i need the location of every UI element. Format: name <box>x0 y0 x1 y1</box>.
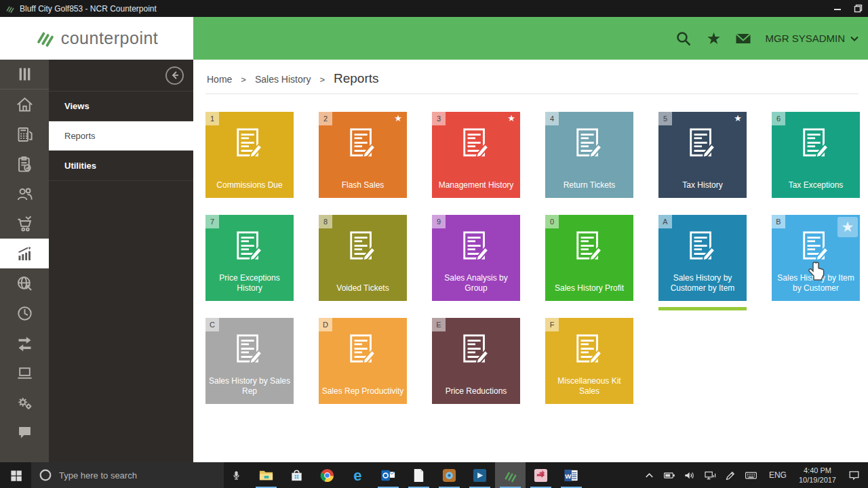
side-menu-item-views[interactable]: Views <box>49 92 193 121</box>
volume-icon[interactable] <box>680 462 701 488</box>
transfers-icon <box>16 334 34 352</box>
report-tile-5[interactable]: 5★Tax History <box>658 112 747 198</box>
setup-icon <box>16 394 34 412</box>
taskbar-file-explorer-icon[interactable] <box>251 462 281 488</box>
tile-hotkey-badge: 7 <box>205 215 219 228</box>
taskbar-counterpoint-icon[interactable] <box>495 462 526 488</box>
nav-rail <box>0 60 49 462</box>
side-menu-item-utilities[interactable]: Utilities <box>49 151 193 181</box>
taskbar-media-app-icon[interactable] <box>465 462 495 488</box>
breadcrumb-home[interactable]: Home <box>207 74 232 85</box>
report-tile-9[interactable]: 9Sales Analysis by Group <box>432 215 520 301</box>
report-tile-7[interactable]: 7Price Exceptions History <box>205 215 294 301</box>
report-tile-6[interactable]: 6Tax Exceptions <box>772 112 860 198</box>
report-tile-label: Sales Analysis by Group <box>434 273 518 293</box>
user-menu[interactable]: MGR SYSADMIN <box>765 33 859 44</box>
language-indicator[interactable]: ENG <box>764 470 791 480</box>
report-tile-label: Miscellaneous Kit Sales <box>547 376 631 396</box>
favorite-star-button[interactable]: ★ <box>837 217 858 237</box>
taskbar-store-icon[interactable] <box>281 462 312 488</box>
report-tile-label: Flash Sales <box>321 180 405 190</box>
report-document-icon <box>205 333 294 366</box>
taskbar-chrome-icon[interactable] <box>312 462 342 488</box>
taskbar-photos-icon[interactable] <box>434 462 465 488</box>
report-document-icon <box>545 333 633 366</box>
nav-rail-item-tasks[interactable] <box>0 149 49 179</box>
timecards-icon <box>16 304 34 323</box>
action-center-icon[interactable] <box>844 462 864 488</box>
nav-rail-item-setup[interactable] <box>0 388 49 418</box>
report-tile-C[interactable]: CSales History by Sales Rep <box>205 318 294 404</box>
clock[interactable]: 4:40 PM 10/19/2017 <box>794 466 841 485</box>
taskbar-exchange-icon[interactable] <box>526 462 556 488</box>
collapse-back-button[interactable] <box>165 66 184 85</box>
home-icon <box>16 96 34 114</box>
nav-rail-item-customers[interactable] <box>0 179 49 209</box>
report-document-icon <box>319 333 407 366</box>
nav-rail-item-menu[interactable] <box>0 60 49 89</box>
favorites-star-icon[interactable]: ★ <box>705 30 722 47</box>
report-tile-1[interactable]: 1Commissions Due <box>205 112 294 198</box>
report-tile-A[interactable]: ASales History by Customer by Item <box>658 215 747 301</box>
date: 10/19/2017 <box>799 476 836 484</box>
nav-rail-item-ecommerce[interactable] <box>0 268 49 298</box>
nav-rail-item-home[interactable] <box>0 89 49 119</box>
report-tile-0[interactable]: 0Sales History Profit <box>545 215 633 301</box>
tile-hotkey-badge: F <box>545 318 559 331</box>
report-tile-D[interactable]: DSales Rep Productivity <box>319 318 407 404</box>
svg-text:e: e <box>353 468 361 483</box>
nav-rail-item-timecards[interactable] <box>0 298 49 328</box>
report-document-icon <box>432 127 520 160</box>
nav-rail-item-point-of-sale[interactable] <box>0 119 49 149</box>
counterpoint-hash-icon <box>35 28 56 49</box>
start-button[interactable] <box>0 462 31 488</box>
tile-hotkey-badge: 0 <box>545 215 559 228</box>
report-tile-label: Management History <box>434 180 518 190</box>
nav-rail-item-workstation[interactable] <box>0 358 49 388</box>
report-document-icon <box>658 127 747 160</box>
report-tile-8[interactable]: 8Voided Tickets <box>319 215 407 301</box>
battery-icon[interactable] <box>660 462 680 488</box>
nav-rail-item-feedback[interactable] <box>0 418 49 447</box>
taskbar-outlook-icon[interactable] <box>373 462 403 488</box>
tile-hotkey-badge: 9 <box>432 215 446 228</box>
ecommerce-icon <box>16 274 34 293</box>
network-icon[interactable] <box>701 462 721 488</box>
logo-text: counterpoint <box>61 28 159 48</box>
selected-tile-indicator <box>658 307 747 310</box>
taskbar-apps: eW <box>251 462 587 488</box>
nav-rail-item-sales-history[interactable] <box>0 239 49 268</box>
report-tile-label: Return Tickets <box>547 180 631 190</box>
chevron-down-icon <box>850 36 859 41</box>
nav-rail-item-transfers[interactable] <box>0 328 49 358</box>
breadcrumb-sales-history[interactable]: Sales History <box>255 74 311 85</box>
tile-hotkey-badge: 8 <box>319 215 332 228</box>
tile-grid: 1Commissions Due2★Flash Sales3★Managemen… <box>205 112 860 404</box>
side-menu-item-reports[interactable]: Reports <box>49 121 193 151</box>
report-tile-4[interactable]: 4Return Tickets <box>545 112 633 198</box>
pen-icon[interactable] <box>721 462 741 488</box>
report-tile-2[interactable]: 2★Flash Sales <box>319 112 407 198</box>
taskbar-word-icon[interactable]: W <box>556 462 587 488</box>
taskbar-search-input[interactable]: Type here to search <box>31 462 224 488</box>
taskbar-notepad-icon[interactable] <box>403 462 434 488</box>
report-tile-label: Sales History by Sales Rep <box>208 376 292 396</box>
report-tile-3[interactable]: 3★Management History <box>432 112 520 198</box>
logo: counterpoint <box>0 17 193 60</box>
report-tile-E[interactable]: EPrice Reductions <box>432 318 520 404</box>
microphone-icon[interactable] <box>224 462 248 488</box>
minimize-button[interactable] <box>827 0 848 17</box>
report-document-icon <box>205 127 294 160</box>
nav-rail-item-purchasing[interactable] <box>0 209 49 239</box>
chevron-up-icon[interactable] <box>639 462 660 488</box>
taskbar: Type here to search eW ENG 4:40 PM 10/19… <box>0 462 868 488</box>
svg-text:W: W <box>565 472 572 479</box>
mail-icon[interactable] <box>735 30 751 47</box>
restore-button[interactable] <box>848 0 868 17</box>
search-icon[interactable] <box>675 30 692 47</box>
report-tile-B[interactable]: B★Sales History by Item by Customer <box>772 215 860 301</box>
taskbar-edge-icon[interactable]: e <box>342 462 373 488</box>
keyboard-icon[interactable] <box>741 462 762 488</box>
report-document-icon <box>432 333 520 366</box>
report-tile-F[interactable]: FMiscellaneous Kit Sales <box>545 318 633 404</box>
